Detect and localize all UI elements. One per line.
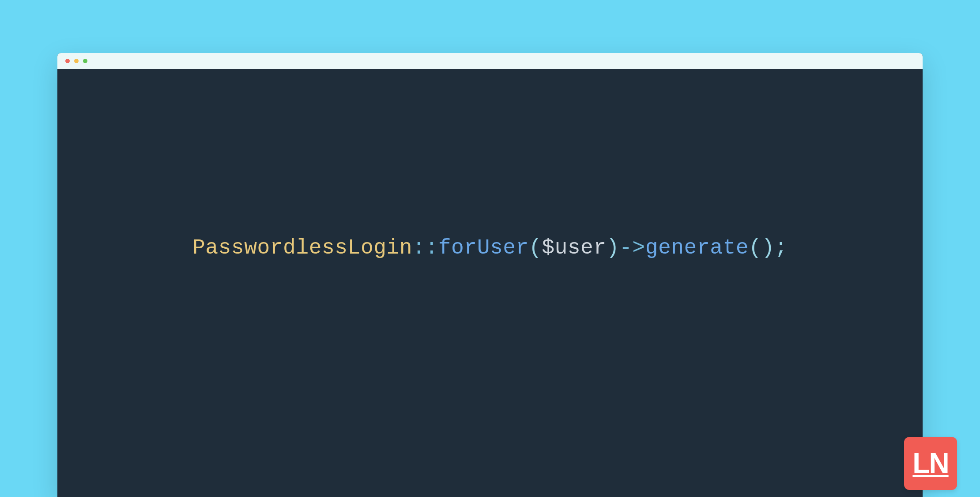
token-open-paren-2: ( <box>749 236 761 260</box>
minimize-icon[interactable] <box>74 59 79 63</box>
token-close-paren-2: ) <box>761 236 774 260</box>
code-line: PasswordlessLogin::forUser($user)->gener… <box>192 236 788 260</box>
token-open-paren: ( <box>529 236 542 260</box>
token-variable: $user <box>542 236 607 260</box>
close-icon[interactable] <box>65 59 70 63</box>
brand-badge: LN <box>904 437 957 490</box>
maximize-icon[interactable] <box>83 59 87 63</box>
token-close-paren: ) <box>607 236 619 260</box>
token-class-name: PasswordlessLogin <box>192 236 412 260</box>
editor-area: PasswordlessLogin::forUser($user)->gener… <box>57 69 923 497</box>
code-editor-window: PasswordlessLogin::forUser($user)->gener… <box>57 53 923 497</box>
window-titlebar <box>57 53 923 69</box>
brand-badge-text: LN <box>912 449 948 478</box>
token-method-generate: generate <box>645 236 749 260</box>
token-arrow-operator: -> <box>619 236 645 260</box>
token-scope-operator: :: <box>412 236 438 260</box>
token-method-foruser: forUser <box>438 236 529 260</box>
token-semicolon: ; <box>775 236 788 260</box>
